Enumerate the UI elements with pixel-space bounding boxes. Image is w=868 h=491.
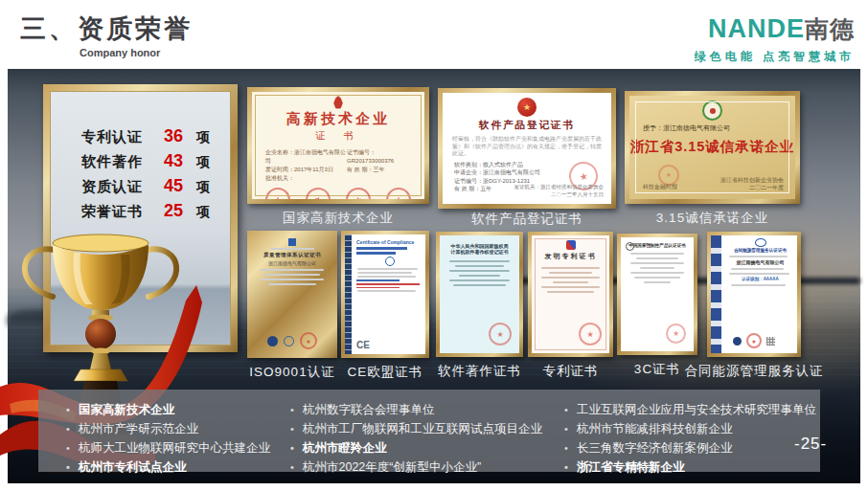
cert-year: 二〇二一年度 [749,185,784,190]
cert-gold-frame: 发明专利证书 [528,232,613,357]
text-line [261,279,324,280]
cert-software-copyright: 中华人民共和国国家版权局 计算机软件著作权登记证书 软件著作证书 [436,232,523,357]
cert-issuer-left: 科技金融时报 [643,183,677,191]
text-line [640,267,674,269]
cert-title: 发明专利证书 [532,252,609,261]
qr-code-icon [766,337,775,346]
cert-paper: ★ 软件产品登记证书 经审核，符合《鼓励软件产业和集成电路产业发展的若干政策》和… [443,93,611,204]
cert-caption: 专利证书 [543,363,599,380]
accreditation-logos [711,333,797,348]
honors-column-2: 杭州数字联合会理事单位 杭州市工厂物联网和工业互联网试点项目企业 杭州市瞪羚企业… [289,400,563,472]
honor-item: 长三角数字经济创新案例企业 [563,438,820,458]
logo-wordmark: NANDE南德 [695,15,855,46]
cert-paper: 中华人民共和国国家版权局 计算机软件著作权登记证书 [440,235,519,353]
stat-value: 36 [164,126,196,146]
honor-item: 杭州市节能减排科技创新企业 [563,419,820,438]
stat-unit: 项 [196,179,210,196]
cert-gold-frame: ★ 软件产品登记证书 经审核，符合《鼓励软件产业和集成电路产业发展的若干政策》和… [438,88,616,209]
cert-caption: 合同能源管理服务认证 [685,363,824,380]
text-line [268,283,316,285]
red-seal-icon [746,333,762,348]
text-line [630,253,684,255]
cert-company: 浙江南德电气有限公司 [723,259,797,265]
company-logo: NANDE南德 绿色电能 点亮智慧城市 [695,15,855,65]
honor-item: 浙江省专精特新企业 [563,458,820,477]
cert-caption: ISO9001认证 [249,364,334,381]
page-number: -25- [794,435,827,454]
cert-field: 有 效 期：三年 [347,166,411,174]
red-text-line [356,287,400,289]
text-line [459,275,500,277]
honor-item: 国家高新技术企业 [65,400,289,419]
cert-software-product: ★ 软件产品登记证书 经审核，符合《鼓励软件产业和集成电路产业发展的若干政策》和… [438,88,616,209]
cert-title: 质量管理体系认证证书 [251,252,333,258]
cert-national-hitech: 高新技术企业 证 书 企业名称：浙江南德电气有限公司 发证时间：2017年11月… [247,87,429,204]
text-line [630,262,684,264]
cert-paper: 高新技术企业 证 书 企业名称：浙江南德电气有限公司 发证时间：2017年11月… [252,92,424,199]
honor-item: 杭州市工厂物联网和工业互联网试点项目企业 [289,419,563,438]
page-title: 三、资质荣誉 [20,11,193,46]
stat-row: 专利认证 36 项 [81,126,230,151]
cert-issuer-block: 科技金融时报 浙江省科技创新企业协会 二〇二一年度 [643,176,784,191]
stat-label: 荣誉证书 [81,203,143,221]
cqc-logo-icon [755,238,766,247]
cert-title: 软件产品登记证书 [443,119,611,132]
stat-value: 45 [164,176,196,196]
cert-gold-frame: 合同能源管理服务认证证书 浙江南德电气有限公司 认证级别：AAAAA [707,232,801,357]
iaf-logo-icon [267,336,278,346]
cert-gold-frame: 高新技术企业 证 书 企业名称：浙江南德电气有限公司 发证时间：2017年11月… [247,87,429,204]
stat-label: 资质认证 [81,178,143,196]
cert-3c: 中国国家强制性产品认证证书 3C证书 [617,234,697,355]
logo-tagline: 绿色电能 点亮智慧城市 [695,49,855,65]
cert-fields-right: 证书编号：GR201733000376 有 效 期：三年 [347,148,411,183]
cert-gold-frame: 中国国家强制性产品认证证书 [617,234,697,355]
cert-grade: 认证级别：AAAAA [723,277,797,281]
green-badge-icon [702,100,722,121]
cert-iso9001: 质量管理体系认证证书 浙江南德电气有限公司 ISO9001认证 [247,231,337,358]
cert-patent: 发明专利证书 专利证书 [528,232,613,357]
cert-field: 证书编号：GR201733000376 [347,148,411,166]
text-line [644,281,671,283]
stat-label: 软件著作 [81,153,143,171]
text-line [553,281,588,283]
title-block: 三、资质荣誉 Company honor [20,11,193,58]
honors-column-1: 国家高新技术企业 杭州市产学研示范企业 杭师大工业物联网研究中心共建企业 杭州市… [65,400,289,472]
text-line [630,272,684,274]
logo-text-cn: 南德 [805,15,855,42]
cert-paper: 授予：浙江南德电气有限公司 浙江省3.15诚信承诺企业 科技金融时报 浙江省科技… [629,96,795,199]
honor-item: 杭州市瞪羚企业 [289,438,563,458]
cert-issuer: 浙江省科技创新企业协会 [720,177,784,183]
honors-panel: 国家高新技术企业 杭州市产学研示范企业 杭师大工业物联网研究中心共建企业 杭州市… [38,390,820,472]
slide-header: 三、资质荣誉 Company honor NANDE南德 绿色电能 点亮智慧城市 [0,0,868,69]
cert-paper: 中国国家强制性产品认证证书 [621,237,694,351]
cnas-logo-icon [733,337,742,346]
text-line [270,248,314,250]
text-line [541,277,600,279]
text-block [356,247,407,250]
red-seal-icon [300,332,317,349]
red-seal-icon [579,323,602,346]
text-block [356,279,400,281]
cert-caption: CE欧盟证书 [348,364,423,381]
text-line [729,256,788,257]
national-emblem-icon: ★ [517,98,537,117]
cert-gold-frame: 授予：浙江南德电气有限公司 浙江省3.15诚信承诺企业 科技金融时报 浙江省科技… [625,91,800,204]
cert-caption: 国家高新技术企业 [283,210,394,227]
honor-item: 工业互联网企业应用与安全技术研究理事单位 [563,400,820,419]
cert-caption: 软件产品登记证书 [471,211,582,228]
text-block [356,252,396,255]
cnipa-logo-icon [566,240,576,250]
cert-issuer-block: 发证机关：浙江省经济和信息化委员会 二〇一三年八月十五日 [514,183,605,198]
stat-value: 43 [164,151,196,171]
cert-title: 浙江省3.15诚信承诺企业 [629,138,795,156]
cert-fields: 企业名称：浙江南德电气有限公司 发证时间：2017年11月3日 批准机关： 证书… [265,148,411,183]
text-line [449,270,510,272]
cert-intro: 经审核，符合《鼓励软件产业和集成电路产业发展的若干政策》和《软件产品管理办法》的… [452,136,602,158]
cert-fields-left: 企业名称：浙江南德电气有限公司 发证时间：2017年11月3日 批准机关： [265,148,347,183]
honor-item: 杭州数字联合会理事单位 [289,400,563,419]
cert-title-line2: 计算机软件著作权登记证书 [440,249,519,255]
text-line [264,274,320,276]
ce-mark: CE [356,340,370,350]
cert-field: 批准机关： [265,174,347,183]
text-line [731,268,784,270]
